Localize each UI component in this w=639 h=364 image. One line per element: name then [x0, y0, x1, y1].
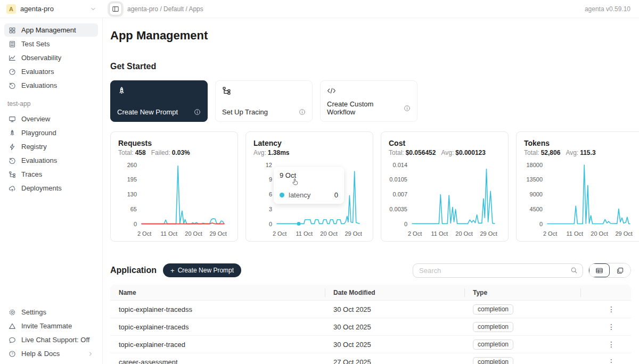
svg-text:4500: 4500: [530, 206, 543, 212]
chart-title: Latency: [253, 139, 365, 147]
svg-text:29 Oct: 29 Oct: [480, 230, 497, 237]
sidebar-item-playground[interactable]: Playground: [4, 126, 98, 139]
chat-icon: [9, 336, 16, 344]
svg-text:3: 3: [269, 206, 272, 212]
info-icon[interactable]: [299, 109, 306, 115]
column-header-type: Type: [464, 285, 580, 300]
workspace-selector[interactable]: A agenta-pro: [0, 4, 103, 14]
get-started-card-create-new-prompt[interactable]: Create New Prompt: [110, 80, 208, 122]
sidebar-item-evaluations[interactable]: Evaluations: [4, 154, 98, 167]
svg-text:9: 9: [269, 176, 272, 183]
grid-icon: [9, 27, 16, 34]
sidebar-item-label: Evaluations: [21, 81, 57, 89]
sidebar-item-invite-teammate[interactable]: Invite Teammate: [4, 319, 98, 333]
cloud-icon: [9, 185, 16, 192]
more-actions-icon[interactable]: ⋮: [608, 305, 615, 313]
svg-text:20 Oct: 20 Oct: [185, 230, 202, 237]
sidebar-collapse-button[interactable]: [109, 3, 122, 15]
topbar: A agenta-pro agenta-pro / Default / Apps…: [0, 0, 639, 18]
get-started-card-label: Set Up Tracing: [222, 108, 268, 116]
svg-text:20 Oct: 20 Oct: [455, 230, 472, 237]
svg-text:0: 0: [269, 221, 272, 227]
table-settings-cell: [580, 285, 631, 300]
sidebar-item-app-management[interactable]: App Management: [4, 23, 98, 37]
svg-text:0.0035: 0.0035: [389, 206, 407, 212]
type-badge: completion: [473, 357, 513, 364]
type-cell: completion: [464, 340, 580, 350]
table-row[interactable]: career-assessment 27 Oct 2025 completion…: [110, 353, 631, 364]
plus-icon: +: [170, 267, 175, 275]
svg-text:12: 12: [266, 162, 272, 168]
table-body: topic-explainer-tracedss 30 Oct 2025 com…: [110, 301, 631, 364]
sidebar-item-traces[interactable]: Traces: [4, 168, 98, 181]
get-started-title: Get Started: [110, 62, 631, 71]
sidebar-item-registry[interactable]: Registry: [4, 140, 98, 153]
sidebar-app-nav: Overview Playground Registry Evaluations…: [4, 112, 98, 195]
sidebar-item-test-sets[interactable]: Test Sets: [4, 37, 98, 51]
svg-text:11 Oct: 11 Oct: [567, 230, 584, 237]
chart-card-cost: Cost Total:$0.056452 Avg:$0.000123 00.00…: [381, 131, 509, 242]
search-box[interactable]: [413, 263, 583, 278]
sidebar-item-label: Settings: [21, 308, 46, 316]
more-actions-icon[interactable]: ⋮: [608, 322, 615, 331]
sidebar-item-live-chat-support-off[interactable]: Live Chat Support: Off: [4, 333, 98, 346]
info-icon[interactable]: [194, 109, 201, 115]
get-started-card-set-up-tracing[interactable]: Set Up Tracing: [215, 80, 313, 122]
chart-icon: [9, 54, 16, 62]
hand-cursor-icon: [292, 178, 300, 188]
sidebar-item-settings[interactable]: Settings: [4, 305, 98, 319]
sidebar-item-label: Overview: [21, 115, 50, 123]
traces-icon: [222, 86, 306, 95]
sidebar-item-overview[interactable]: Overview: [4, 112, 98, 126]
table-row[interactable]: topic-explainer-tracedss 30 Oct 2025 com…: [110, 301, 631, 318]
get-started-card-label: Create Custom Workflow: [327, 100, 404, 116]
svg-text:20 Oct: 20 Oct: [591, 230, 608, 237]
get-started-card-label: Create New Prompt: [117, 108, 178, 116]
page-title: App Management: [110, 29, 631, 43]
search-icon[interactable]: [570, 267, 578, 274]
table-view-button[interactable]: [589, 263, 610, 277]
history-icon: [9, 157, 16, 164]
column-header-name: Name: [110, 285, 325, 300]
info-icon[interactable]: [404, 105, 411, 112]
chart-plot-cost[interactable]: 00.00350.0070.01050.0142 Oct11 Oct20 Oct…: [389, 161, 501, 243]
sidebar-item-evaluations[interactable]: Evaluations: [4, 79, 98, 92]
chevron-right-icon: [87, 351, 94, 357]
svg-text:0.0105: 0.0105: [389, 176, 407, 183]
sidebar-item-label: Evaluators: [21, 68, 54, 76]
svg-text:6: 6: [269, 191, 272, 197]
type-cell: completion: [464, 322, 580, 332]
sidebar-item-label: App Management: [21, 26, 76, 34]
legend-dot: [280, 193, 284, 197]
sidebar-item-deployments[interactable]: Deployments: [4, 181, 98, 195]
more-actions-icon[interactable]: ⋮: [608, 340, 615, 349]
chart-title: Cost: [389, 139, 501, 147]
type-badge: completion: [473, 322, 513, 332]
sidebar-item-observability[interactable]: Observability: [4, 51, 98, 64]
breadcrumb[interactable]: agenta-pro / Default / Apps: [127, 5, 203, 13]
table-row[interactable]: topic-explainer-traced 30 Oct 2025 compl…: [110, 336, 631, 353]
chart-card-tokens: Tokens Total:52,806 Avg:115.3 0450090001…: [516, 131, 639, 242]
chart-stat: Total:458: [118, 149, 146, 156]
svg-text:0.007: 0.007: [392, 191, 407, 197]
table-row[interactable]: topic-explainer-traceds 30 Oct 2025 comp…: [110, 318, 631, 336]
create-new-prompt-button[interactable]: + Create New Prompt: [163, 263, 241, 277]
svg-text:20 Oct: 20 Oct: [320, 230, 337, 237]
sidebar-item-evaluators[interactable]: Evaluators: [4, 65, 98, 78]
app-name-cell: topic-explainer-tracedss: [110, 305, 325, 313]
sidebar-item-help-docs[interactable]: ? Help & Docs: [4, 347, 98, 360]
search-input[interactable]: [419, 267, 570, 275]
card-view-button[interactable]: [610, 263, 630, 277]
chart-plot-requests[interactable]: 0651301952602 Oct11 Oct20 Oct29 Oct: [118, 161, 230, 243]
svg-text:9000: 9000: [530, 191, 543, 197]
get-started-card-create-custom-workflow[interactable]: Create Custom Workflow: [320, 80, 417, 122]
chart-plot-tokens[interactable]: 04500900013500180002 Oct11 Oct20 Oct29 O…: [524, 161, 636, 243]
chart-stat: Avg:$0.000123: [441, 149, 486, 156]
chart-stat: Total:$0.056452: [389, 149, 436, 156]
sidebar-footer-nav: Settings Invite Teammate Live Chat Suppo…: [4, 305, 98, 361]
gauge-icon: [9, 68, 16, 76]
more-actions-icon[interactable]: ⋮: [608, 358, 615, 364]
date-modified-cell: 30 Oct 2025: [325, 323, 464, 331]
date-modified-cell: 30 Oct 2025: [325, 341, 464, 349]
svg-text:11 Oct: 11 Oct: [431, 230, 448, 237]
